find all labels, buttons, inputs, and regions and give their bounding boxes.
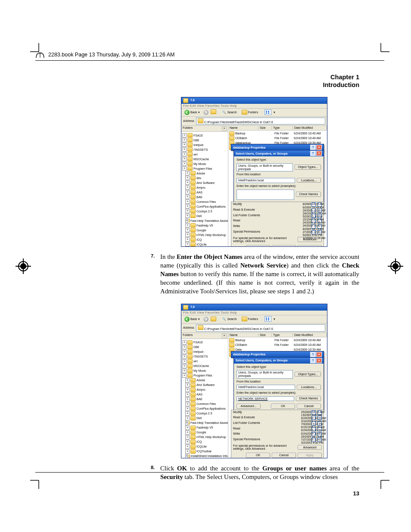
locations-button[interactable]: Locations... [297, 178, 321, 183]
advanced-button[interactable]: Advanced... [237, 404, 261, 409]
up-button[interactable] [211, 109, 216, 115]
tree-item[interactable]: +AAS [182, 392, 227, 397]
tree-item[interactable]: +FSA10 [182, 133, 227, 137]
folder-tree-pane[interactable]: Folders× +FSA10+i386+Inetpub+ITASSETS+wr… [181, 333, 228, 458]
tree-item[interactable]: +Google [182, 430, 227, 435]
tree-item[interactable]: +HTML Help Workshop [182, 435, 227, 439]
object-types-button[interactable]: Object Types... [295, 165, 321, 170]
tree-item[interactable]: +Common Files [182, 402, 227, 406]
help-icon[interactable]: ? [310, 145, 316, 150]
ok-button[interactable]: OK [246, 245, 270, 247]
tree-item[interactable]: +My Music [182, 162, 227, 166]
folders-button[interactable]: Folders [240, 109, 259, 115]
tree-item[interactable]: +Inetpub [182, 350, 227, 354]
search-button[interactable]: 🔍 Search [221, 110, 238, 115]
close-icon[interactable]: × [316, 358, 322, 363]
apply-button[interactable]: Apply [298, 453, 322, 458]
tree-item[interactable]: +Dell [182, 214, 227, 218]
location-field[interactable]: IntelliTrackInc.local [237, 178, 295, 183]
advanced-button[interactable]: Advanced [298, 445, 322, 450]
object-type-field[interactable]: Users, Groups, or Built-in security prin… [237, 163, 293, 171]
close-icon[interactable]: × [316, 352, 322, 357]
location-field[interactable]: IntelliTrackInc.local [237, 385, 295, 390]
tree-item[interactable]: +Program Files [182, 166, 227, 171]
list-header[interactable]: Name Size Type Date Modified [228, 126, 327, 131]
tree-item[interactable]: +HTML Help Workshop [182, 233, 227, 237]
tree-item[interactable]: +FastHelp V5 [182, 223, 227, 227]
tree-item[interactable]: +AAS [182, 190, 227, 194]
tree-item[interactable]: +Common Files [182, 199, 227, 204]
tree-item[interactable]: +ICQ [182, 440, 227, 444]
tree-item[interactable]: +ComPlus Applications [182, 204, 227, 208]
tree-item[interactable]: +Program Files [182, 373, 227, 378]
tree-item[interactable]: +i386 [182, 138, 227, 142]
tree-item[interactable]: +My Music [182, 369, 227, 373]
close-icon[interactable]: × [316, 145, 322, 150]
tree-item[interactable]: +ICQ [182, 237, 227, 242]
help-icon[interactable]: ? [310, 358, 316, 363]
search-button[interactable]: 🔍 Search [221, 317, 238, 321]
address-field[interactable]: C:\Program Files\IntelliTrack\DMS\Check … [196, 324, 325, 332]
object-names-field[interactable]: NETWORK SERVICE [237, 396, 294, 401]
tree-item[interactable]: +ITASSETS [182, 147, 227, 152]
forward-button[interactable] [203, 317, 209, 322]
folders-button[interactable]: Folders [240, 316, 259, 322]
tree-item[interactable]: +Coolsys 2.5 [182, 209, 227, 213]
tree-item[interactable]: +ITASSETS [182, 355, 227, 359]
views-button[interactable] [265, 109, 271, 115]
help-icon[interactable]: ? [310, 151, 316, 156]
list-item[interactable]: CEBatchFile Folder6/24/2009 10:40 AM [229, 343, 326, 347]
file-list-pane[interactable]: Name Size Type Date Modified BackupFile … [228, 333, 327, 458]
help-icon[interactable]: ? [310, 352, 316, 357]
cancel-button[interactable]: Cancel [297, 404, 321, 409]
object-names-field[interactable] [237, 190, 294, 200]
list-item[interactable]: BackupFile Folder6/24/2009 10:40 AM [229, 338, 326, 342]
back-button[interactable]: Back ▾ [183, 316, 201, 322]
menu-bar[interactable]: File Edit View Favorites Tools Help [181, 311, 327, 315]
views-button[interactable] [265, 316, 271, 322]
close-icon[interactable]: × [222, 333, 227, 338]
tree-item[interactable]: +MSOCache [182, 157, 227, 161]
check-names-button[interactable]: Check Names [296, 192, 321, 197]
tree-item[interactable]: +Adobe [182, 378, 227, 383]
tree-item[interactable]: +ComPlus Applications [182, 407, 227, 411]
address-field[interactable]: C:\Program Files\IntelliTrack\DMS\Check … [196, 118, 325, 125]
tree-item[interactable]: +Ampro [182, 388, 227, 392]
forward-button[interactable] [203, 110, 209, 115]
tree-item[interactable]: +i386 [182, 345, 227, 349]
file-list-pane[interactable]: Name Size Type Date Modified BackupFile … [228, 126, 327, 246]
tree-item[interactable]: +FastHelp V5 [182, 426, 227, 430]
object-type-field[interactable]: Users, Groups, or Built-in security prin… [237, 370, 293, 378]
tree-item[interactable]: +Ahd Software [182, 180, 227, 185]
tree-item[interactable]: +Inetpub [182, 143, 227, 147]
object-types-button[interactable]: Object Types... [295, 372, 321, 377]
tree-item[interactable]: +Ahd Software [182, 383, 227, 387]
back-button[interactable]: Back ▾ [183, 109, 201, 115]
cancel-button[interactable]: Cancel [272, 453, 296, 458]
close-icon[interactable]: × [222, 126, 227, 131]
tree-item[interactable]: +ICQLite [182, 445, 227, 449]
list-header[interactable]: Name Size Type Date Modified [228, 333, 327, 338]
tree-item[interactable]: +FSA10 [182, 340, 227, 345]
ok-button[interactable]: OK [246, 453, 270, 458]
tree-item[interactable]: +BAE [182, 397, 227, 401]
tree-item[interactable]: +ICQLite [182, 242, 227, 246]
apply-button[interactable]: Apply [298, 245, 322, 247]
up-button[interactable] [211, 317, 216, 322]
list-item[interactable]: BackupFile Folder6/24/2009 10:40 AM [229, 131, 326, 136]
list-item[interactable]: CEBatchFile Folder6/24/2009 10:40 AM [229, 136, 326, 140]
tree-item[interactable]: +InstallShield Installation Informat [182, 454, 227, 458]
tree-item[interactable]: +Dell [182, 416, 227, 420]
tree-item[interactable]: +Ampro [182, 185, 227, 190]
tree-item[interactable]: +wrt [182, 152, 227, 156]
tree-item[interactable]: +Adobe [182, 171, 227, 175]
locations-button[interactable]: Locations... [297, 385, 321, 390]
tree-item[interactable]: +wrt [182, 359, 227, 364]
tree-item[interactable]: +86v [182, 176, 227, 180]
tree-item[interactable]: +BAE [182, 195, 227, 199]
tree-item[interactable]: +Google [182, 228, 227, 232]
ok-button[interactable]: OK [271, 404, 295, 409]
tree-item[interactable]: +Coolsys 2.5 [182, 411, 227, 416]
close-icon[interactable]: × [316, 151, 322, 156]
cancel-button[interactable]: Cancel [272, 245, 296, 247]
